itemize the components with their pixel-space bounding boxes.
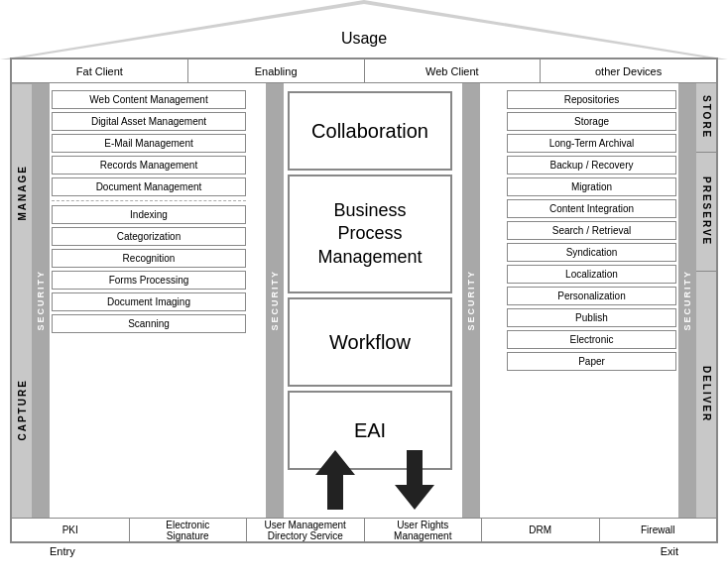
box-web-content-mgmt: Web Content Management bbox=[52, 90, 246, 109]
bottom-drm: DRM bbox=[482, 519, 600, 541]
security-left-label: SECURITY bbox=[36, 270, 46, 331]
deliver-label: DELIVER bbox=[696, 272, 716, 518]
security-right-label: SECURITY bbox=[682, 270, 692, 331]
arrow-down-container bbox=[395, 450, 434, 510]
left-sidebar: MANAGE CAPTURE bbox=[12, 83, 32, 518]
top-bar-enabling: Enabling bbox=[188, 59, 365, 82]
box-backup-recovery: Backup / Recovery bbox=[507, 156, 676, 175]
content-area: Web Content Management Digital Asset Man… bbox=[50, 83, 678, 518]
security-col-right: SECURITY bbox=[678, 83, 696, 518]
box-migration: Migration bbox=[507, 177, 676, 196]
capture-label: CAPTURE bbox=[12, 301, 32, 519]
box-storage: Storage bbox=[507, 112, 676, 131]
box-records-mgmt: Records Management bbox=[52, 156, 246, 175]
box-search-retrieval: Search / Retrieval bbox=[507, 221, 676, 240]
entry-label: Entry bbox=[50, 545, 75, 557]
box-categorization: Categorization bbox=[52, 227, 246, 246]
preserve-label: PRESERVE bbox=[696, 153, 716, 272]
arrow-up-container bbox=[315, 450, 355, 510]
box-forms-processing: Forms Processing bbox=[52, 271, 246, 290]
box-recognition: Recognition bbox=[52, 249, 246, 268]
box-scanning: Scanning bbox=[52, 314, 246, 333]
arrow-up-svg bbox=[315, 450, 355, 510]
store-label: STORE bbox=[696, 83, 716, 153]
svg-marker-1 bbox=[395, 450, 434, 510]
building: Fat Client Enabling Web Client other Dev… bbox=[10, 58, 718, 543]
box-document-imaging: Document Imaging bbox=[52, 292, 246, 311]
box-collaboration: Collaboration bbox=[288, 91, 452, 171]
box-document-mgmt: Document Management bbox=[52, 177, 246, 196]
top-bar-fat-client: Fat Client bbox=[12, 59, 188, 82]
bottom-user-rights: User Rights Management bbox=[365, 519, 483, 541]
usage-label: Usage bbox=[0, 30, 728, 48]
box-localization: Localization bbox=[507, 265, 676, 284]
entry-exit-bar: Entry Exit bbox=[10, 545, 718, 557]
box-electronic: Electronic bbox=[507, 330, 676, 349]
manage-capture-divider bbox=[52, 200, 246, 201]
box-repositories: Repositories bbox=[507, 90, 676, 109]
diagram: Usage Fat Client Enabling Web Client oth… bbox=[0, 0, 728, 583]
top-bar-other-devices: other Devices bbox=[541, 59, 716, 82]
roof: Usage bbox=[0, 0, 728, 59]
bottom-firewall: Firewall bbox=[600, 519, 717, 541]
top-bar-web-client: Web Client bbox=[365, 59, 542, 82]
security-col-left: SECURITY bbox=[32, 83, 50, 518]
box-longterm-archival: Long-Term Archival bbox=[507, 134, 676, 153]
bottom-user-mgmt: User Management Directory Service bbox=[247, 519, 365, 541]
bottom-electronic-sig: Electronic Signature bbox=[130, 519, 248, 541]
box-paper: Paper bbox=[507, 352, 676, 371]
box-email-mgmt: E-Mail Management bbox=[52, 134, 246, 153]
box-content-integration: Content Integration bbox=[507, 199, 676, 218]
box-workflow: Workflow bbox=[288, 297, 452, 387]
center-panel: Collaboration Business Process Managemen… bbox=[286, 83, 454, 518]
bottom-bar: PKI Electronic Signature User Management… bbox=[12, 518, 716, 541]
svg-marker-0 bbox=[315, 450, 355, 510]
box-indexing: Indexing bbox=[52, 205, 246, 224]
left-panel: Web Content Management Digital Asset Man… bbox=[50, 83, 248, 518]
arrow-down-svg bbox=[395, 450, 434, 510]
box-digital-asset-mgmt: Digital Asset Management bbox=[52, 112, 246, 131]
box-bpm: Business Process Management bbox=[288, 175, 452, 293]
box-personalization: Personalization bbox=[507, 287, 676, 305]
exit-label: Exit bbox=[661, 545, 678, 557]
manage-label: MANAGE bbox=[12, 83, 32, 301]
right-sidebar: STORE PRESERVE DELIVER bbox=[696, 83, 716, 518]
box-publish: Publish bbox=[507, 308, 676, 327]
bottom-pki: PKI bbox=[12, 519, 130, 541]
right-panel: Repositories Storage Long-Term Archival … bbox=[505, 83, 678, 518]
top-bar: Fat Client Enabling Web Client other Dev… bbox=[12, 59, 716, 83]
box-syndication: Syndication bbox=[507, 243, 676, 262]
